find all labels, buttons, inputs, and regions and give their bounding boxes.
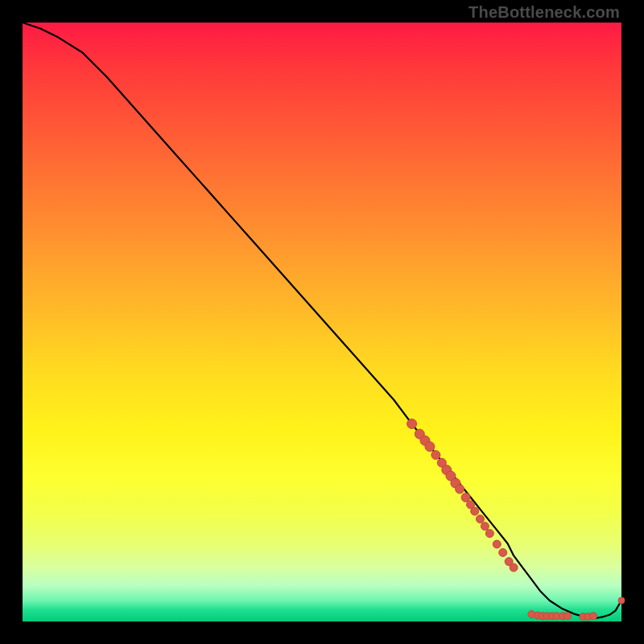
data-point	[476, 515, 484, 523]
data-point-group	[407, 419, 625, 620]
bottleneck-curve	[23, 23, 621, 618]
data-point	[510, 564, 518, 572]
data-point	[493, 540, 501, 548]
data-point	[407, 419, 417, 428]
data-point	[590, 613, 597, 620]
plot-area	[23, 23, 621, 621]
data-point	[564, 613, 572, 620]
watermark-text: TheBottleneck.com	[469, 3, 620, 22]
chart-svg	[23, 23, 621, 621]
data-point	[456, 485, 464, 493]
data-point	[618, 597, 625, 604]
chart-frame: TheBottleneck.com	[0, 0, 644, 644]
data-point	[425, 442, 435, 452]
data-point	[481, 522, 489, 530]
data-point	[431, 451, 440, 460]
data-point	[485, 530, 493, 538]
data-point	[471, 507, 479, 515]
data-point	[499, 548, 507, 556]
